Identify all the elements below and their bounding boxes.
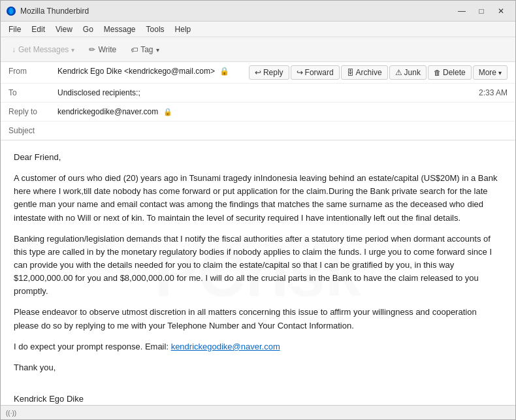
menu-file[interactable]: File — [3, 24, 26, 35]
subject-label: Subject — [8, 125, 57, 135]
reply-to-value: kendrickegodike@naver.com 🔒 — [57, 106, 508, 118]
archive-button[interactable]: Archive — [341, 65, 388, 80]
more-chevron-icon — [498, 68, 502, 77]
get-messages-button[interactable]: Get Messages — [6, 42, 80, 57]
reply-to-label: Reply to — [8, 106, 57, 116]
reply-to-row: Reply to kendrickegodike@naver.com 🔒 — [1, 103, 515, 121]
from-row: From Kendrick Ego Dike <kendrickego@mail… — [1, 62, 515, 84]
to-label: To — [8, 87, 57, 97]
delete-label: Delete — [443, 68, 466, 77]
to-value: Undisclosed recipients:; — [57, 87, 479, 99]
menu-message[interactable]: Message — [99, 24, 141, 35]
email-action-bar: Reply Forward Archive Junk Delete — [249, 65, 508, 80]
tag-label: Tag — [140, 45, 153, 54]
junk-button[interactable]: Junk — [389, 65, 427, 80]
delete-button[interactable]: Delete — [428, 65, 472, 80]
paragraph-2: Banking regulation/legislation demands t… — [14, 233, 502, 299]
minimize-button[interactable]: — — [453, 5, 471, 18]
reply-icon — [255, 68, 261, 77]
write-icon — [89, 45, 95, 54]
app-icon — [6, 6, 16, 16]
more-button[interactable]: More — [473, 65, 508, 80]
menu-help[interactable]: Help — [170, 24, 197, 35]
email-link[interactable]: kendrickegodike@naver.com — [171, 342, 280, 351]
menu-go[interactable]: Go — [78, 24, 99, 35]
menu-view[interactable]: View — [50, 24, 78, 35]
email-body-content: Dear Friend, A customer of ours who died… — [14, 151, 502, 405]
delete-icon — [434, 68, 441, 77]
get-messages-label: Get Messages — [18, 45, 69, 54]
close-button[interactable]: ✕ — [492, 5, 510, 18]
tag-icon — [131, 45, 138, 54]
email-body: PCrisk Dear Friend, A customer of ours w… — [1, 140, 515, 405]
reply-to-security-icon: 🔒 — [163, 108, 172, 116]
tag-button[interactable]: Tag — [125, 42, 165, 57]
forward-label: Forward — [305, 68, 334, 77]
paragraph-1: A customer of ours who died (20) years a… — [14, 172, 502, 225]
write-button[interactable]: Write — [83, 42, 122, 57]
more-label: More — [479, 68, 496, 77]
menu-bar: File Edit View Go Message Tools Help — [1, 22, 515, 37]
archive-icon — [347, 68, 354, 77]
paragraph-3: Please endeavor to observe utmost discre… — [14, 306, 502, 332]
greeting: Dear Friend, — [14, 151, 502, 164]
status-bar — [1, 405, 515, 419]
reply-button[interactable]: Reply — [249, 65, 289, 80]
reply-label: Reply — [263, 68, 283, 77]
menu-edit[interactable]: Edit — [26, 24, 50, 35]
get-messages-chevron-icon — [71, 45, 74, 54]
from-text: Kendrick Ego Dike <kendrickego@mail.com> — [57, 67, 215, 76]
write-label: Write — [98, 45, 116, 54]
window-controls: — □ ✕ — [453, 5, 510, 18]
email-header: From Kendrick Ego Dike <kendrickego@mail… — [1, 62, 515, 140]
from-security-icon: 🔒 — [219, 67, 229, 76]
maximize-button[interactable]: □ — [472, 5, 491, 18]
email-prefix: I do expect your prompt response. Email: — [14, 342, 171, 351]
paragraph-4: I do expect your prompt response. Email:… — [14, 340, 502, 353]
archive-label: Archive — [356, 68, 382, 77]
menu-tools[interactable]: Tools — [141, 24, 170, 35]
subject-row: Subject — [1, 121, 515, 140]
from-value: Kendrick Ego Dike <kendrickego@mail.com>… — [57, 65, 249, 77]
junk-label: Junk — [404, 68, 421, 77]
get-messages-icon — [12, 45, 16, 54]
svg-point-2 — [9, 8, 13, 14]
forward-button[interactable]: Forward — [291, 65, 340, 80]
toolbar: Get Messages Write Tag — [1, 37, 515, 62]
thank-you: Thank you, — [14, 361, 502, 374]
forward-icon — [297, 68, 303, 77]
to-row: To Undisclosed recipients:; 2:33 AM — [1, 84, 515, 103]
blank-line — [14, 377, 502, 390]
signature: Kendrick Ego Dike — [14, 393, 502, 405]
junk-icon — [395, 68, 402, 77]
wifi-icon — [6, 409, 16, 417]
email-time: 2:33 AM — [479, 87, 508, 97]
window-title: Mozilla Thunderbird — [20, 7, 453, 16]
tag-chevron-icon — [156, 45, 159, 54]
title-bar: Mozilla Thunderbird — □ ✕ — [1, 1, 515, 22]
reply-to-text: kendrickegodike@naver.com — [57, 107, 158, 116]
main-window: Mozilla Thunderbird — □ ✕ File Edit View… — [0, 0, 516, 420]
from-label: From — [8, 65, 57, 76]
